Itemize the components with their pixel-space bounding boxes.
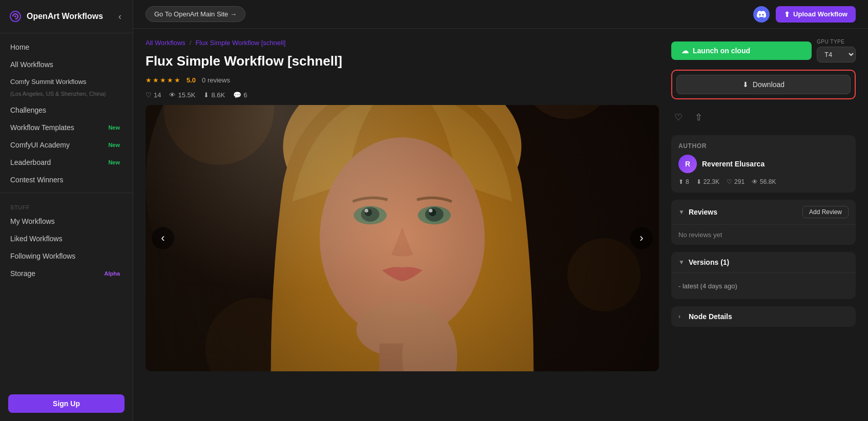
sidebar-item-workflow-templates[interactable]: Workflow Templates New — [0, 119, 133, 136]
reviews-section: ▼ Reviews Add Review No reviews yet — [671, 200, 856, 245]
node-details-chevron-icon: › — [678, 313, 680, 320]
all-workflows-label: All Workflows — [10, 60, 53, 69]
svg-rect-22 — [146, 105, 659, 371]
svg-point-0 — [14, 15, 16, 17]
sidebar-item-my-workflows[interactable]: My Workflows — [0, 213, 133, 230]
content-area: All Workflows / Flux Simple Workflow [sc… — [133, 29, 868, 421]
author-avatar: R — [678, 155, 697, 173]
sidebar-item-comfy-summit[interactable]: Comfy Summit Workflows (Los Angeles, US … — [0, 73, 133, 101]
sidebar-item-challenges[interactable]: Challenges — [0, 101, 133, 119]
upload-icon: ⬆ — [784, 10, 790, 18]
liked-workflows-label: Liked Workflows — [10, 235, 63, 243]
gpu-label: GPU Type — [817, 39, 856, 45]
likes-count: 14 — [154, 91, 161, 99]
like-icon: ♡ — [727, 178, 732, 185]
upload-stat-icon: ⬆ — [678, 178, 684, 185]
discord-icon[interactable] — [753, 6, 770, 23]
stuff-section-label: stuff — [0, 197, 133, 213]
views-stat: 👁 15.5K — [169, 91, 195, 99]
gpu-selector: GPU Type T4 A100 V100 A10G — [817, 39, 856, 62]
challenges-label: Challenges — [10, 106, 46, 114]
versions-label: Versions (1) — [689, 258, 729, 266]
download-button[interactable]: ⬇ Download — [676, 75, 851, 94]
like-button[interactable]: ♡ — [671, 109, 686, 126]
sidebar-item-home[interactable]: Home — [0, 38, 133, 56]
add-review-button[interactable]: Add Review — [802, 206, 849, 218]
download-area: ⬇ Download — [671, 70, 856, 99]
stars: ★ ★ ★ ★ ★ — [146, 76, 180, 84]
versions-header[interactable]: ▼ Versions (1) — [671, 252, 856, 272]
sidebar-item-leaderboard[interactable]: Leaderboard New — [0, 154, 133, 171]
author-row: R Reverent Elusarca — [678, 155, 849, 173]
storage-badge: Alpha — [101, 270, 122, 277]
upload-workflow-button[interactable]: ⬆ Upload Workflow — [776, 6, 856, 23]
node-details-header[interactable]: › Node Details — [671, 306, 856, 327]
workflow-templates-badge: New — [106, 124, 122, 131]
star-3: ★ — [160, 76, 166, 84]
logo-icon — [8, 9, 23, 24]
carousel-next-button[interactable]: › — [630, 227, 653, 249]
reviews-body: No reviews yet — [671, 224, 856, 245]
carousel-image-placeholder — [146, 105, 659, 371]
reviews-header[interactable]: ▼ Reviews Add Review — [671, 200, 856, 224]
breadcrumb-parent[interactable]: All Workflows — [146, 39, 185, 47]
sidebar-item-comfyui-academy[interactable]: ComfyUI Academy New — [0, 136, 133, 154]
reviews-header-left: ▼ Reviews — [678, 208, 717, 216]
main-content: Go To OpenArt Main Site → ⬆ Upload Workf… — [133, 0, 868, 421]
stats-row: ♡ 14 👁 15.5K ⬇ 8.6K 💬 6 — [146, 91, 659, 99]
download-stat-icon: ⬇ — [203, 91, 209, 99]
reviews-label: Reviews — [689, 208, 717, 216]
sidebar-signup: Sign Up — [0, 386, 133, 421]
sidebar-item-contest-winners[interactable]: Contest Winners — [0, 171, 133, 188]
right-panel: ☁ Launch on cloud GPU Type T4 A100 V100 … — [671, 39, 856, 411]
topbar-right: ⬆ Upload Workflow — [753, 6, 856, 23]
sidebar-collapse-btn[interactable]: ‹ — [115, 10, 125, 23]
cloud-icon: ☁ — [681, 47, 689, 55]
launch-btn-label: Launch on cloud — [693, 47, 750, 55]
comment-icon: 💬 — [233, 91, 241, 99]
node-details-section: › Node Details — [671, 306, 856, 327]
sidebar-item-all-workflows[interactable]: All Workflows — [0, 56, 133, 73]
author-downloads: 22.3K — [704, 178, 719, 185]
download-icon: ⬇ — [742, 80, 749, 89]
downloads-stat: ⬇ 8.6K — [203, 91, 225, 99]
leaderboard-badge: New — [106, 159, 122, 166]
author-downloads-stat: ⬇ 22.3K — [696, 178, 719, 185]
author-views: 56.8K — [760, 178, 776, 185]
contest-winners-label: Contest Winners — [10, 176, 63, 184]
author-name[interactable]: Reverent Elusarca — [702, 160, 764, 168]
goto-openart-button[interactable]: Go To OpenArt Main Site → — [146, 6, 245, 22]
home-label: Home — [10, 43, 29, 51]
downloads-count: 8.6K — [211, 91, 225, 99]
topbar-left: Go To OpenArt Main Site → — [146, 6, 245, 22]
breadcrumb-current: Flux Simple Workflow [schnell] — [195, 39, 285, 47]
versions-body: - latest (4 days ago) — [671, 272, 856, 299]
share-button[interactable]: ⇧ — [692, 109, 706, 126]
comments-stat: 💬 6 — [233, 91, 247, 99]
author-section-label: Author — [678, 142, 849, 150]
nav-divider — [0, 193, 133, 193]
heart-icon: ♡ — [146, 91, 152, 99]
sidebar-item-following-workflows[interactable]: Following Workflows — [0, 247, 133, 265]
likes-stat: ♡ 14 — [146, 91, 161, 99]
comfyui-academy-label: ComfyUI Academy — [10, 141, 70, 149]
author-uploads: 8 — [686, 178, 689, 185]
carousel-prev-button[interactable]: ‹ — [152, 227, 174, 249]
following-workflows-label: Following Workflows — [10, 252, 75, 260]
author-views-stat: 👁 56.8K — [752, 178, 776, 185]
launch-on-cloud-button[interactable]: ☁ Launch on cloud — [671, 41, 812, 60]
gpu-type-select[interactable]: T4 A100 V100 A10G — [817, 47, 856, 62]
sidebar-item-storage[interactable]: Storage Alpha — [0, 265, 133, 282]
version-item-latest: - latest (4 days ago) — [678, 279, 849, 293]
reviews-chevron-icon: ▼ — [678, 208, 685, 216]
sidebar-item-liked-workflows[interactable]: Liked Workflows — [0, 230, 133, 247]
breadcrumb-separator: / — [190, 39, 192, 47]
workflow-title: Flux Simple Workflow [schnell] — [146, 53, 659, 70]
star-1: ★ — [146, 76, 152, 84]
eye-icon: 👁 — [169, 91, 176, 99]
signup-button[interactable]: Sign Up — [8, 394, 125, 413]
author-stats: ⬆ 8 ⬇ 22.3K ♡ 291 👁 56.8K — [678, 178, 849, 185]
versions-chevron-icon: ▼ — [678, 259, 685, 266]
author-uploads-stat: ⬆ 8 — [678, 178, 689, 185]
rating-row: ★ ★ ★ ★ ★ 5.0 0 reviews — [146, 76, 659, 84]
